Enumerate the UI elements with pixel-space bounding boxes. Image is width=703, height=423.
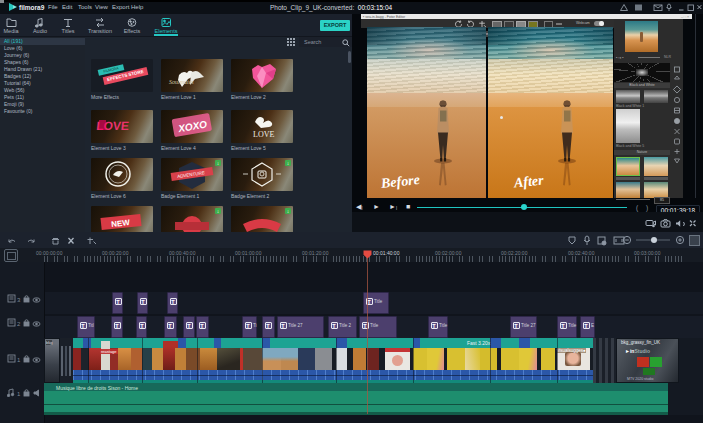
svg-text:NEW: NEW <box>111 218 131 229</box>
svg-text:1: 1 <box>17 391 21 397</box>
svg-text:LOVE: LOVE <box>253 130 274 139</box>
svg-text:1: 1 <box>17 357 21 363</box>
svg-text:2: 2 <box>17 321 21 327</box>
svg-text:Soulmates: Soulmates <box>169 79 194 85</box>
svg-text:3: 3 <box>17 297 21 303</box>
